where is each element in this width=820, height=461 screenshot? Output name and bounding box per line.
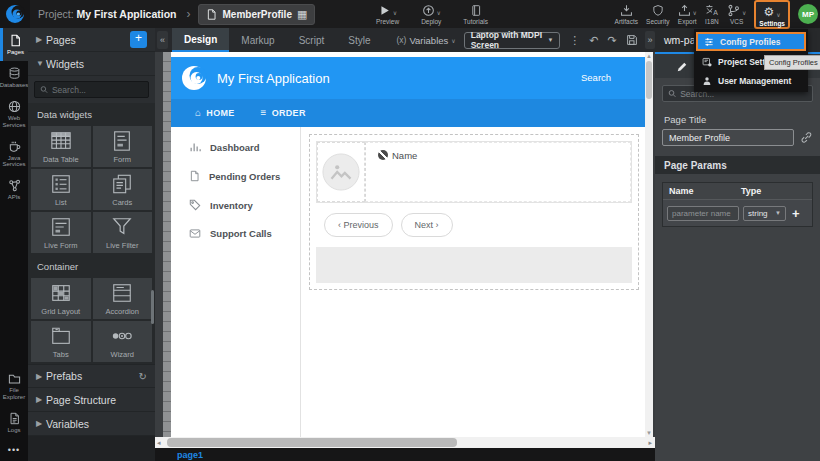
widget-tabs[interactable]: Tabs [31, 321, 91, 362]
type-column-header: Type [741, 186, 812, 196]
content-container[interactable]: Name ‹ Previous Next › [309, 134, 639, 290]
chevron-down-icon[interactable]: ∨ [437, 9, 441, 16]
container-footer[interactable] [316, 247, 632, 283]
next-button[interactable]: Next › [401, 213, 453, 237]
project-settings-icon [702, 57, 712, 67]
rail-item-web-services[interactable]: Web Services [0, 94, 28, 134]
scroll-right-arrow[interactable]: ▸ [648, 437, 652, 448]
rail-item-apis[interactable]: APIs [0, 173, 28, 206]
tab-script[interactable]: Script [287, 28, 337, 52]
profile-card[interactable]: Name [316, 141, 632, 203]
settings-button[interactable]: ⚙∨ Settings [759, 2, 785, 27]
page-body: Dashboard Pending Orders Inventory Suppo… [171, 127, 645, 437]
prefabs-section-header[interactable]: ▶ Prefabs ↻ [28, 364, 155, 388]
status-page-tab[interactable]: page1 [177, 450, 203, 460]
page-title-input[interactable] [662, 129, 794, 146]
scroll-left-arrow[interactable]: ◂ [157, 437, 161, 448]
widget-search-input[interactable] [52, 85, 143, 95]
undo-icon[interactable]: ↶ [589, 35, 598, 46]
rail-item-java-services[interactable]: Java Services [0, 134, 28, 174]
device-selector[interactable]: Laptop with MDPI Screen ▼ [464, 32, 561, 49]
app-search-box[interactable]: Search [581, 67, 641, 100]
preview-button[interactable]: ∨ Preview [376, 0, 399, 25]
widget-wizard[interactable]: Wizard [93, 321, 153, 362]
bind-link-icon[interactable] [800, 131, 813, 144]
chevron-down-icon: ▼ [36, 59, 46, 68]
canvas-horizontal-scrollbar[interactable]: ◂ ▸ [155, 437, 655, 448]
picture-cell[interactable] [317, 142, 365, 202]
page-switcher-icon[interactable]: ▦ [297, 9, 307, 20]
page-params-table: Name Type string ▼ + [662, 182, 813, 227]
rail-item-databases[interactable]: Databases [0, 61, 28, 94]
chevron-down-icon[interactable]: ∨ [393, 9, 397, 16]
tab-markup[interactable]: Markup [229, 28, 286, 52]
widget-form[interactable]: Form [93, 126, 153, 167]
widget-grid-layout[interactable]: Grid Layout [31, 278, 91, 319]
widget-accordion[interactable]: Accordion [93, 278, 153, 319]
variables-button[interactable]: (x) Variables ∨ [396, 35, 455, 46]
add-param-button[interactable]: + [790, 207, 802, 220]
pages-section-header[interactable]: ▶ Pages + [28, 28, 155, 52]
name-cell[interactable]: Name [365, 142, 631, 202]
rail-item-pages[interactable]: Pages [0, 28, 28, 61]
data-widgets-label: Data widgets [28, 103, 155, 124]
edit-properties-tab[interactable] [667, 53, 697, 79]
security-button[interactable]: Security [646, 0, 669, 25]
container-widgets-grid: Grid Layout Accordion Tabs Wizard [28, 276, 155, 364]
scroll-up-arrow[interactable]: ▲ [645, 52, 653, 60]
menu-item-config-profiles[interactable]: Config Profiles [696, 32, 806, 51]
export-button[interactable]: ∨ Export [678, 0, 697, 25]
redo-icon[interactable]: ↷ [608, 35, 617, 46]
hamburger-icon: ≡ [261, 108, 267, 118]
deploy-button[interactable]: ∨ Deploy [421, 0, 441, 25]
add-page-button[interactable]: + [130, 31, 147, 48]
widget-live-form[interactable]: Live Form [31, 212, 91, 253]
artifacts-button[interactable]: Artifacts [615, 0, 638, 25]
top-bar: Project: My First Application › MemberPr… [0, 0, 820, 28]
left-panel-scrollbar[interactable] [151, 290, 154, 324]
wavemaker-logo-icon[interactable] [0, 0, 30, 28]
param-name-input[interactable] [667, 206, 739, 221]
rail-item-file-explorer[interactable]: File Explorer [0, 366, 28, 406]
widgets-section-header[interactable]: ▼ Widgets [28, 52, 155, 76]
previous-button[interactable]: ‹ Previous [324, 213, 393, 237]
nav-home[interactable]: ⌂ HOME [195, 108, 235, 118]
tab-design[interactable]: Design [172, 28, 229, 52]
variables-section-header[interactable]: ▶ Variables [28, 412, 155, 436]
menu-item-dashboard[interactable]: Dashboard [171, 141, 300, 153]
nav-order[interactable]: ≡ ORDER [261, 108, 306, 118]
vcs-button[interactable]: ∨ VCS [727, 0, 746, 25]
widget-list[interactable]: List [31, 169, 91, 210]
user-avatar[interactable]: MP [798, 4, 818, 24]
collapse-right-panel-button[interactable]: » [645, 31, 655, 49]
horizontal-scroll-thumb[interactable] [167, 438, 457, 447]
tag-icon [189, 199, 201, 211]
menu-item-user-management[interactable]: User Management [696, 72, 806, 89]
file-tab-memberprofile[interactable]: MemberProfile ▦ [198, 4, 315, 25]
param-type-select[interactable]: string ▼ [743, 206, 786, 221]
widget-cards[interactable]: Cards [93, 169, 153, 210]
collapse-left-panel-button[interactable]: « [157, 31, 168, 49]
save-icon[interactable] [626, 34, 638, 46]
i18n-button[interactable]: A I18N [705, 0, 719, 25]
refresh-icon[interactable]: ↻ [139, 371, 147, 382]
chevron-down-icon[interactable]: ∨ [742, 9, 746, 16]
canvas-vertical-scrollbar[interactable]: ▲ ▼ [645, 52, 653, 437]
chevron-down-icon[interactable]: ∨ [693, 9, 697, 16]
more-options-kebab-icon[interactable]: ⋮ [569, 35, 580, 46]
app-header[interactable]: My First Application Search [171, 57, 645, 99]
tutorials-button[interactable]: Tutorials [463, 0, 488, 25]
chevron-down-icon[interactable]: ∨ [776, 11, 780, 18]
page-structure-section-header[interactable]: ▶ Page Structure [28, 388, 155, 412]
menu-item-inventory[interactable]: Inventory [171, 199, 300, 211]
menu-item-support-calls[interactable]: Support Calls [171, 228, 300, 239]
rail-item-logs[interactable]: Logs [0, 406, 28, 439]
vertical-scroll-thumb[interactable] [646, 61, 652, 99]
menu-item-pending-orders[interactable]: Pending Orders [171, 170, 300, 182]
scroll-down-arrow[interactable]: ▼ [645, 429, 653, 437]
widget-data-table[interactable]: Data Table [31, 126, 91, 167]
tab-style[interactable]: Style [336, 28, 382, 52]
rail-more-button[interactable]: ••• [0, 439, 28, 461]
widget-live-filter[interactable]: Live Filter [93, 212, 153, 253]
toolbar-left-group: ∨ Preview ∨ Deploy Tutorials [376, 0, 488, 28]
